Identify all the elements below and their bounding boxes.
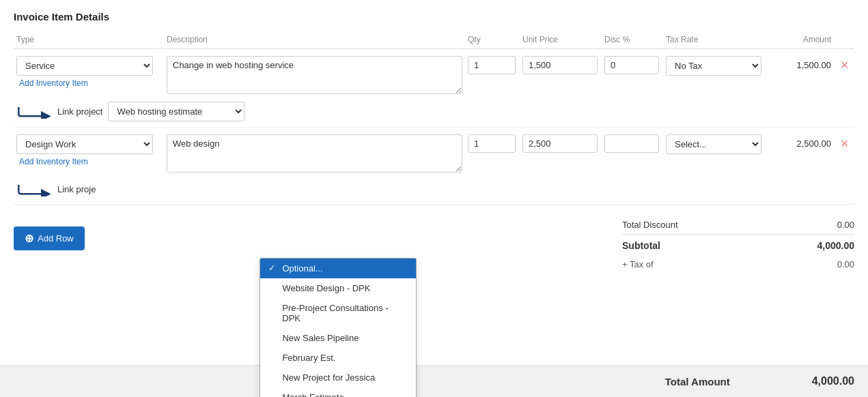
row1-price-input[interactable] [522, 56, 598, 74]
row2-qty-input[interactable] [468, 134, 516, 153]
dropdown-item-march[interactable]: March Estimate [260, 387, 416, 398]
row1-tax-cell: No Tax Tax 1 Tax 2 [663, 56, 766, 76]
row1-link-project-label: Link project [57, 106, 102, 117]
row1-disc-input[interactable] [604, 56, 659, 74]
header-amount: Amount [766, 35, 834, 44]
row2-price-cell [520, 134, 602, 153]
table-header: Type Description Qty Unit Price Disc % T… [14, 32, 854, 49]
summary-section: Total Discount 0.00 Subtotal 4,000.00 + … [622, 216, 854, 274]
row2-project-dropdown[interactable]: ✓ Optional... Website Design - DPK Pre-P… [260, 258, 417, 398]
row2-link-project-label: Link proje [57, 184, 96, 194]
total-discount-value: 0.00 [837, 220, 854, 230]
invoice-row-1: Service Design Work Product Other Add In… [14, 49, 854, 128]
add-row-button[interactable]: ⊕ Add Row [14, 226, 85, 250]
row2-add-inventory-link[interactable]: Add Inventory Item [16, 157, 88, 166]
add-row-label: Add Row [38, 233, 74, 244]
row1-disc-cell [602, 56, 663, 74]
dropdown-item-optional[interactable]: ✓ Optional... [260, 259, 416, 278]
tax-value: 0.00 [837, 259, 854, 269]
row1-add-inventory-link[interactable]: Add Inventory Item [16, 78, 88, 88]
row2-remove-button[interactable]: ✕ [834, 134, 854, 150]
dropdown-item-new-sales[interactable]: New Sales Pipeline [260, 328, 416, 348]
row1-description-cell: Change in web hosting service [164, 56, 465, 96]
bottom-section: ⊕ Add Row Total Discount 0.00 Subtotal 4… [14, 216, 854, 352]
row1-price-cell [520, 56, 602, 74]
total-discount-row: Total Discount 0.00 [622, 216, 854, 234]
subtotal-label: Subtotal [622, 240, 660, 251]
row2-disc-cell [602, 134, 663, 153]
row1-description-input[interactable]: Change in web hosting service [167, 56, 462, 94]
page-title: Invoice Item Details [14, 11, 854, 23]
header-description: Description [164, 35, 465, 44]
invoice-row-2: Service Design Work Product Other Add In… [14, 128, 854, 205]
row1-qty-input[interactable] [468, 56, 516, 74]
row2-link-project-row: Link proje ✓ Optional... Website Design … [14, 180, 854, 198]
dropdown-item-jessica[interactable]: New Project for Jessica [260, 368, 416, 387]
row1-amount: 1,500.00 [766, 56, 834, 70]
check-icon: ✓ [268, 263, 278, 273]
row1-qty-cell [465, 56, 520, 74]
dropdown-item-pre-project[interactable]: Pre-Project Consultations - DPK [260, 298, 416, 328]
row2-type-cell: Service Design Work Product Other Add In… [14, 134, 164, 166]
row2-tax-select[interactable]: Select... No Tax Tax 1 Tax 2 [666, 134, 761, 154]
row1-project-select[interactable]: Web hosting estimate Optional... Website… [108, 102, 244, 121]
row2-qty-cell [465, 134, 520, 153]
header-unit-price: Unit Price [520, 35, 602, 44]
row2-amount: 2,500.00 [766, 134, 834, 149]
row2-tax-cell: Select... No Tax Tax 1 Tax 2 [663, 134, 766, 154]
header-tax-rate: Tax Rate [663, 35, 766, 44]
header-qty: Qty [465, 35, 520, 44]
dropdown-item-february[interactable]: February Est. [260, 348, 416, 368]
total-amount-label: Total Amount [665, 376, 730, 387]
row2-type-select[interactable]: Service Design Work Product Other [16, 134, 153, 154]
left-section: ⊕ Add Row [14, 216, 85, 250]
row1-tax-select[interactable]: No Tax Tax 1 Tax 2 [666, 56, 761, 76]
total-amount-value: 4,000.00 [812, 375, 854, 387]
row2-price-input[interactable] [522, 134, 598, 153]
subtotal-row: Subtotal 4,000.00 [622, 234, 854, 255]
row1-type-cell: Service Design Work Product Other Add In… [14, 56, 164, 88]
subtotal-value: 4,000.00 [817, 240, 855, 251]
tax-row: + Tax of 0.00 [622, 255, 854, 274]
tax-label: + Tax of [622, 259, 654, 269]
header-type: Type [14, 35, 164, 44]
row1-type-select[interactable]: Service Design Work Product Other [16, 56, 153, 76]
row2-description-input[interactable]: Web design [167, 134, 462, 173]
row2-arrow-icon [16, 180, 51, 198]
row1-link-project-row: Link project Web hosting estimate Option… [14, 102, 854, 121]
total-discount-label: Total Discount [622, 220, 678, 230]
row1-remove-button[interactable]: ✕ [834, 56, 854, 72]
dropdown-item-website-design[interactable]: Website Design - DPK [260, 278, 416, 298]
row2-description-cell: Web design [164, 134, 465, 175]
total-amount-bar: Total Amount 4,000.00 [0, 365, 868, 397]
row1-arrow-icon [16, 102, 51, 121]
plus-icon: ⊕ [25, 232, 33, 245]
row2-disc-input[interactable] [604, 134, 659, 153]
header-disc: Disc % [602, 35, 663, 44]
